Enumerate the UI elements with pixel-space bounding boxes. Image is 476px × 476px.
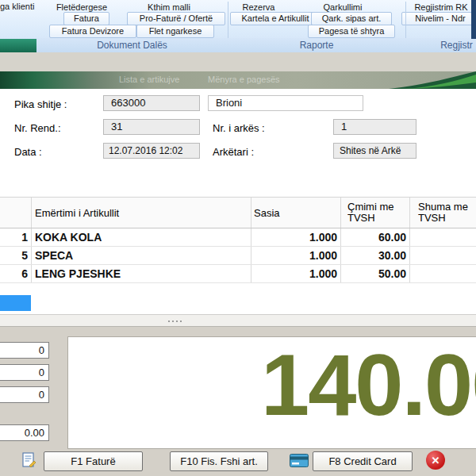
pika-shitje-label: Pika shitje : bbox=[14, 97, 67, 113]
ribbon-item-nivelim[interactable]: Nivelim - Ndr bbox=[401, 12, 476, 25]
arketari-label: Arkëtari : bbox=[213, 144, 254, 160]
payment-panel: 0 0 0 0.00 140.00 F1 Faturë F10 Fis. Fsh… bbox=[0, 327, 476, 476]
grid-header-price: Çmimi me TVSH bbox=[341, 198, 410, 228]
ribbon-group-label-dokument-dales: Dokument Dalës bbox=[36, 40, 228, 51]
row-qty: 1.000 bbox=[251, 247, 341, 264]
amount-field-2[interactable]: 0 bbox=[0, 364, 49, 381]
row-code: 1 bbox=[0, 228, 32, 246]
articles-grid: Emërtimi i Artikullit Sasia Çmimi me TVS… bbox=[0, 197, 476, 315]
row-code: 5 bbox=[0, 247, 32, 264]
sale-header-form: Pika shitje : 663000 Brioni Nr. Rend.: 3… bbox=[0, 89, 476, 195]
grid-header-qty: Sasia bbox=[251, 198, 341, 228]
row-qty: 1.000 bbox=[251, 265, 341, 282]
grid-header-price-line2: TVSH bbox=[347, 213, 375, 224]
ribbon-item-fatura-devizore[interactable]: Fatura Devizore bbox=[49, 25, 136, 38]
grid-header-price-line1: Çmimi me bbox=[347, 202, 394, 213]
table-row[interactable]: 6 LENG PJESHKE 1.000 50.00 50.00 bbox=[0, 265, 476, 283]
nr-arkes-label: Nr. i arkës : bbox=[213, 121, 265, 136]
f1-fature-button[interactable]: F1 Faturë bbox=[44, 451, 143, 471]
pika-shitje-code-field[interactable]: 663000 bbox=[103, 95, 200, 111]
row-price: 50.00 bbox=[341, 265, 410, 282]
background-band bbox=[0, 52, 476, 71]
row-total: 50.00 bbox=[410, 265, 476, 282]
selected-row-indicator[interactable] bbox=[0, 295, 31, 311]
data-label: Data : bbox=[14, 144, 42, 160]
splitter-bar[interactable] bbox=[0, 314, 476, 327]
total-amount: 140.00 bbox=[261, 339, 476, 431]
credit-card-icon[interactable] bbox=[290, 454, 309, 467]
row-price: 60.00 bbox=[341, 228, 410, 246]
ribbon-item-qark-sipas-art[interactable]: Qark. sipas art. bbox=[311, 12, 392, 25]
window-edge-strip bbox=[471, 0, 476, 39]
ribbon-item-pagesa-shtyra[interactable]: Pagesa të shtyra bbox=[308, 25, 395, 38]
ribbon-group-label-raporte: Raporte bbox=[228, 40, 405, 51]
ribbon-group-label-regjistra: Regjistr bbox=[437, 40, 476, 51]
data-field[interactable]: 12.07.2016 12:02 bbox=[103, 143, 200, 159]
grid-header-total-line1: Shuma me bbox=[418, 202, 468, 213]
nr-rend-label: Nr. Rend.: bbox=[14, 121, 61, 136]
ribbon-item-flet-ngarkese[interactable]: Flet ngarkese bbox=[136, 25, 214, 38]
grid-header-code bbox=[0, 198, 32, 228]
grid-header-row: Emërtimi i Artikullit Sasia Çmimi me TVS… bbox=[0, 198, 476, 228]
delete-icon[interactable]: ✕ bbox=[426, 451, 445, 470]
panel-header-band: Lista e artikujve Mënyra e pagesës bbox=[0, 71, 476, 89]
table-row[interactable]: 5 SPECA 1.000 30.00 30.00 bbox=[0, 247, 476, 265]
ribbon-group-captions: Dokument Dalës Raporte Regjistr bbox=[0, 38, 476, 53]
ribbon-item-rezerva[interactable]: Rezerva bbox=[235, 2, 282, 13]
nr-rend-field[interactable]: 31 bbox=[103, 119, 200, 135]
row-qty: 1.000 bbox=[251, 228, 341, 246]
ribbon-item-pro-fature[interactable]: Pro-Faturë / Ofertë bbox=[127, 12, 225, 25]
splitter-grip-icon bbox=[168, 321, 182, 322]
grid-header-name: Emërtimi i Artikullit bbox=[32, 198, 251, 228]
ribbon-item-regjistrim-rk[interactable]: Regjistrim RK bbox=[401, 2, 476, 13]
band-right-caption: Mënyra e pagesës bbox=[208, 75, 280, 84]
pos-window: ga klienti Fletëdergese Fatura Fatura De… bbox=[0, 0, 476, 476]
row-name: KOKA KOLA bbox=[32, 228, 251, 246]
pika-shitje-name-field[interactable]: Brioni bbox=[208, 95, 363, 111]
row-price: 30.00 bbox=[341, 247, 410, 264]
row-name: SPECA bbox=[32, 247, 251, 264]
ribbon-item-partial-klienti[interactable]: ga klienti bbox=[0, 1, 38, 12]
amount-field-4[interactable]: 0.00 bbox=[0, 424, 49, 441]
nr-arkes-field[interactable]: 1 bbox=[333, 119, 416, 135]
f10-fshi-art-button[interactable]: F10 Fis. Fshi art. bbox=[170, 451, 268, 471]
arketari-field[interactable]: Shites në Arkë bbox=[333, 143, 416, 159]
grid-header-total: Shuma me TVSH bbox=[410, 198, 476, 228]
row-code: 6 bbox=[0, 265, 32, 282]
band-left-caption: Lista e artikujve bbox=[119, 75, 179, 84]
green-swoosh-graphic bbox=[389, 71, 476, 89]
invoice-icon[interactable] bbox=[21, 452, 36, 468]
row-name: LENG PJESHKE bbox=[32, 265, 251, 282]
ribbon-toolbar: ga klienti Fletëdergese Fatura Fatura De… bbox=[0, 0, 476, 52]
row-total: 30.00 bbox=[410, 247, 476, 264]
ribbon-item-kthim-malli[interactable]: Kthim malli bbox=[133, 2, 205, 13]
f8-credit-card-button[interactable]: F8 Credit Card bbox=[313, 451, 413, 471]
grid-header-total-line2: TVSH bbox=[418, 213, 446, 224]
ribbon-item-kartela-artikullit[interactable]: Kartela e Artikullit bbox=[230, 12, 321, 25]
ribbon-item-fletedergese[interactable]: Fletëdergese bbox=[38, 2, 125, 13]
amount-field-1[interactable]: 0 bbox=[0, 342, 49, 359]
amount-field-3[interactable]: 0 bbox=[0, 386, 49, 403]
ribbon-item-fatura[interactable]: Fatura bbox=[63, 12, 109, 25]
total-display: 140.00 bbox=[67, 336, 476, 449]
row-total: 60.00 bbox=[410, 228, 476, 246]
teal-accent-block bbox=[0, 39, 36, 52]
table-row[interactable]: 1 KOKA KOLA 1.000 60.00 60.00 bbox=[0, 228, 476, 247]
ribbon-item-qarkullimi[interactable]: Qarkullimi bbox=[316, 2, 370, 13]
